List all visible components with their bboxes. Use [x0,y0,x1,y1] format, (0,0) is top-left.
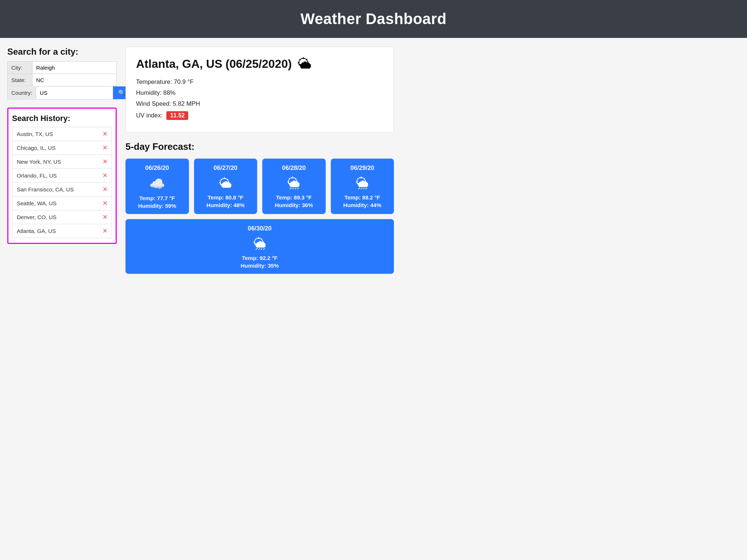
history-item[interactable]: Denver, CO, US ✕ [12,210,112,224]
search-section: Search for a city: City: State: Country:… [7,47,117,100]
current-weather-title: Atlanta, GA, US (06/25/2020) 🌥 [136,56,383,72]
forecast-temp: Temp: 88.2 °F [336,194,389,201]
country-input[interactable] [36,87,113,99]
temperature-detail: Temperature: 70.9 °F [136,78,383,86]
city-row: City: [7,61,117,74]
forecast-date: 06/29/20 [336,164,389,172]
app-header: Weather Dashboard [0,0,747,38]
forecast-icon: 🌦 [267,176,321,191]
app-title: Weather Dashboard [0,10,747,28]
forecast-humidity: Humidity: 44% [336,202,389,208]
forecast-date: 06/26/20 [131,164,184,172]
current-weather-card: Atlanta, GA, US (06/25/2020) 🌥 Temperatu… [125,47,394,133]
forecast-icon: 🌥 [199,176,252,191]
country-label: Country: [8,87,36,99]
forecast-icon: ☁️ [131,176,184,191]
main-content: Atlanta, GA, US (06/25/2020) 🌥 Temperatu… [125,47,394,274]
humidity-detail: Humidity: 88% [136,89,383,97]
forecast-icon: 🌦 [131,237,389,251]
history-item-remove[interactable]: ✕ [102,173,107,179]
forecast-date: 06/27/20 [199,164,252,172]
uv-label: UV index: [136,112,163,119]
history-item-remove[interactable]: ✕ [102,131,107,137]
forecast-temp: Temp: 92.2 °F [131,255,389,261]
search-form: City: State: Country: 🔍 [7,61,117,100]
forecast-card: 06/29/20 🌦 Temp: 88.2 °F Humidity: 44% [331,159,394,214]
history-heading: Search History: [12,114,112,123]
forecast-humidity: Humidity: 36% [267,202,321,208]
history-item[interactable]: Austin, TX, US ✕ [12,127,112,141]
history-item-remove[interactable]: ✕ [102,214,107,220]
history-item[interactable]: Atlanta, GA, US ✕ [12,224,112,238]
uv-detail: UV index: 11.52 [136,111,383,120]
history-item[interactable]: Orlando, FL, US ✕ [12,168,112,183]
history-list: Austin, TX, US ✕ Chicago, IL, US ✕ New Y… [12,127,112,238]
forecast-date: 06/30/20 [131,225,389,232]
forecast-card: 06/28/20 🌦 Temp: 89.3 °F Humidity: 36% [262,159,326,214]
forecast-card: 06/26/20 ☁️ Temp: 77.7 °F Humidity: 59% [125,159,189,214]
history-item[interactable]: San Fransisco, CA, US ✕ [12,182,112,197]
forecast-humidity: Humidity: 48% [199,202,252,208]
history-item-remove[interactable]: ✕ [102,145,107,151]
history-item-label: Chicago, IL, US [17,145,55,151]
history-item-remove[interactable]: ✕ [102,159,107,165]
city-input[interactable] [32,62,116,74]
current-weather-icon: 🌥 [298,56,311,72]
history-item-label: San Fransisco, CA, US [17,186,74,192]
forecast-heading: 5-day Forecast: [125,141,394,152]
history-item[interactable]: Chicago, IL, US ✕ [12,141,112,155]
history-section: Search History: Austin, TX, US ✕ Chicago… [7,108,117,244]
history-item[interactable]: New York, NY, US ✕ [12,155,112,169]
forecast-cards: 06/26/20 ☁️ Temp: 77.7 °F Humidity: 59% … [125,159,394,274]
forecast-date: 06/28/20 [267,164,321,172]
state-row: State: [7,74,117,86]
forecast-temp: Temp: 80.8 °F [199,194,252,201]
forecast-temp: Temp: 89.3 °F [267,194,321,201]
forecast-card: 06/27/20 🌥 Temp: 80.8 °F Humidity: 48% [194,159,258,214]
history-item-label: Seattle, WA, US [17,200,57,206]
history-item[interactable]: Seattle, WA, US ✕ [12,196,112,210]
history-item-label: New York, NY, US [17,159,61,165]
state-input[interactable] [32,74,116,86]
search-heading: Search for a city: [7,47,117,57]
history-item-label: Atlanta, GA, US [17,228,56,234]
sidebar: Search for a city: City: State: Country:… [7,47,117,274]
current-city-title: Atlanta, GA, US (06/25/2020) [136,57,292,71]
city-label: City: [8,62,32,74]
history-item-label: Denver, CO, US [17,214,57,220]
country-row: Country: 🔍 [7,86,117,100]
forecast-temp: Temp: 77.7 °F [131,195,184,201]
forecast-section: 5-day Forecast: 06/26/20 ☁️ Temp: 77.7 °… [125,141,394,274]
uv-badge: 11.52 [166,111,188,120]
wind-speed-detail: Wind Speed: 5.82 MPH [136,100,383,108]
history-item-remove[interactable]: ✕ [102,201,107,206]
history-item-remove[interactable]: ✕ [102,187,107,192]
forecast-card: 06/30/20 🌦 Temp: 92.2 °F Humidity: 35% [125,219,394,274]
forecast-humidity: Humidity: 35% [131,262,389,269]
history-item-remove[interactable]: ✕ [102,228,107,234]
history-item-label: Orlando, FL, US [17,172,57,179]
forecast-icon: 🌦 [336,176,389,191]
history-item-label: Austin, TX, US [17,131,53,137]
state-label: State: [8,74,32,86]
forecast-humidity: Humidity: 59% [131,203,184,209]
